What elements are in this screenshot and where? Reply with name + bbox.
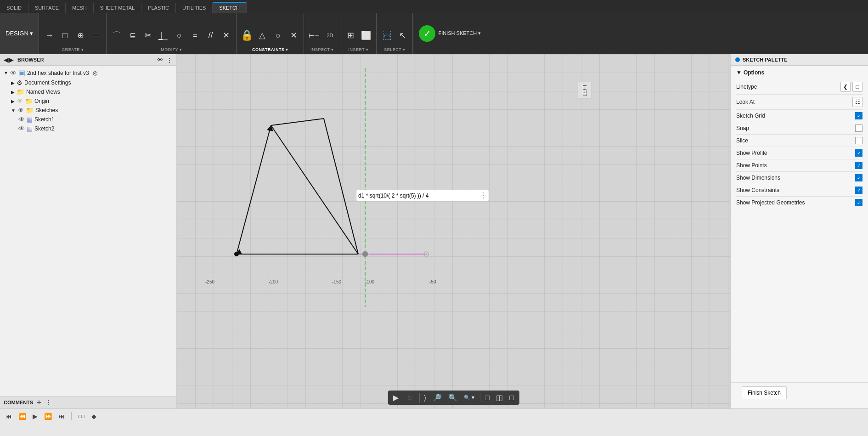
look-at-icon[interactable]: ☷	[852, 97, 862, 107]
playback-last-btn[interactable]: ⏭	[56, 412, 67, 421]
tab-sketch[interactable]: SKETCH	[213, 2, 247, 13]
insert-label[interactable]: INSERT ▾	[348, 47, 368, 52]
palette-options-header[interactable]: ▼ Options	[736, 69, 862, 76]
sketch-canvas[interactable]	[177, 54, 730, 408]
construction-tool[interactable]: //	[203, 25, 218, 45]
3d-measure-tool[interactable]: 3D	[322, 25, 337, 45]
show-profile-checkbox[interactable]: ✓	[855, 149, 862, 157]
show-points-checkbox[interactable]: ✓	[855, 162, 862, 169]
dim-input-menu-icon[interactable]: ⋮	[479, 191, 487, 200]
sketch-midpoint[interactable]	[362, 251, 368, 257]
snap-checkbox[interactable]	[855, 125, 862, 132]
grid-icon[interactable]: ◫	[493, 391, 506, 404]
constraints-label[interactable]: CONSTRAINTS ▾	[252, 47, 288, 52]
dimension-input-overlay[interactable]: ⋮	[356, 190, 489, 201]
show-dimensions-checkbox[interactable]: ✓	[855, 174, 862, 181]
tab-plastic[interactable]: PLASTIC	[141, 3, 176, 13]
playback-first-btn[interactable]: ⏮	[4, 412, 14, 421]
comments-expand-icon[interactable]: ⋮	[45, 399, 51, 406]
offset-tool[interactable]: ⊆	[125, 25, 140, 45]
show-constraints-checkbox[interactable]: ✓	[855, 187, 862, 194]
sketch-grid-checkbox[interactable]: ✓	[855, 112, 862, 119]
tab-mesh[interactable]: MESH	[66, 3, 94, 13]
measure-tool[interactable]: ⊢⊣	[307, 25, 321, 45]
browser-item-named-views[interactable]: ▶ 📁 Named Views	[0, 87, 176, 96]
modify-label[interactable]: MODIFY ▾	[161, 47, 182, 52]
show-projected-checkbox[interactable]: ✓	[855, 199, 862, 206]
insert-svg-tool[interactable]: ⬜	[359, 25, 373, 45]
sketch-diag-1[interactable]	[271, 125, 358, 254]
fillet-tool[interactable]: ⌒	[109, 25, 124, 45]
hand-icon[interactable]: 〉	[421, 392, 429, 404]
tab-utilities[interactable]: UTILITIES	[176, 3, 213, 13]
browser-item-origin[interactable]: ▶ 👁 📁 Origin	[0, 96, 176, 106]
sketch1-icon: ▦	[27, 116, 33, 123]
cursor-icon[interactable]: ▶	[390, 391, 401, 404]
root-eye-icon[interactable]: 👁	[10, 69, 17, 77]
sketch1-eye-icon[interactable]: 👁	[18, 116, 25, 123]
parallel-tool[interactable]: =	[187, 25, 202, 45]
select-label[interactable]: SELECT ▾	[384, 47, 405, 52]
left-panel-label[interactable]: LEFT	[578, 82, 592, 99]
playback-play-btn[interactable]: ▶	[31, 412, 39, 421]
display-mode-icon[interactable]: □	[482, 392, 492, 404]
doc-settings-gear-icon: ⚙	[17, 79, 23, 86]
rectangle-tool[interactable]: □	[57, 25, 72, 45]
zoom-options-icon[interactable]: 🔍▼	[461, 393, 478, 402]
circle-constraint[interactable]: ○	[271, 25, 285, 45]
sketch-line-2[interactable]	[271, 119, 324, 125]
playback-next-btn[interactable]: ⏩	[42, 412, 54, 421]
browser-eye-icon[interactable]: 👁	[157, 57, 163, 63]
slice-checkbox[interactable]	[855, 137, 862, 144]
browser-item-doc-settings[interactable]: ▶ ⚙ Document Settings	[0, 78, 176, 87]
playback-prev-btn[interactable]: ⏪	[17, 412, 28, 421]
finish-sketch-area[interactable]: ✓ FINISH SKETCH ▾	[413, 13, 486, 54]
playback-frame-icon[interactable]: □□	[76, 412, 87, 420]
camera-icon[interactable]: ◾	[402, 391, 417, 404]
circle-tool[interactable]: ⊕	[73, 25, 88, 45]
sketches-eye-icon[interactable]: 👁	[17, 107, 24, 114]
select-cursor-tool[interactable]: ↖	[395, 25, 410, 45]
sketch-line-3[interactable]	[324, 119, 358, 254]
browser-item-root[interactable]: ▼ 👁 ▣ 2nd hex shade for Inst v3 ◎	[0, 68, 176, 78]
select-box-tool[interactable]: ▭	[379, 25, 394, 45]
linetype-left-icon[interactable]: ❮	[840, 82, 851, 92]
dimension-input-field[interactable]	[358, 193, 478, 199]
tab-surface[interactable]: SURFACE	[28, 3, 66, 13]
create-label[interactable]: CREATE ▾	[62, 47, 84, 52]
collapse-browser-icon[interactable]: ◀▶	[4, 56, 14, 63]
linetype-right-icon[interactable]: □	[852, 82, 862, 92]
sketch2-eye-icon[interactable]: 👁	[18, 125, 25, 132]
root-target-icon[interactable]: ◎	[93, 70, 97, 76]
add-comment-icon[interactable]: +	[37, 398, 41, 407]
x-tool[interactable]: ✕	[219, 25, 233, 45]
ellipse-tool[interactable]: ○	[172, 25, 186, 45]
zoom-out-icon[interactable]: 🔎	[430, 391, 445, 404]
sketch-line-1[interactable]	[237, 125, 271, 254]
corner-tool[interactable]: |̲_	[156, 25, 171, 45]
browser-item-sketch2[interactable]: 👁 ▦ Sketch2	[0, 124, 176, 133]
zoom-in-icon[interactable]: 🔍	[445, 391, 460, 404]
arc-tool[interactable]: —	[89, 25, 103, 45]
trim-tool[interactable]: ✂	[141, 25, 155, 45]
triangle-constraint[interactable]: △	[255, 25, 270, 45]
canvas-area[interactable]: -250 -200 -150 -100 -50	[177, 54, 730, 408]
view-options-icon[interactable]: □	[507, 392, 517, 404]
line-tool[interactable]: →	[42, 25, 56, 45]
tab-sheet-metal[interactable]: SHEET METAL	[94, 3, 141, 13]
browser-item-sketches[interactable]: ▼ 👁 📁 Sketches	[0, 106, 176, 115]
x-constraint[interactable]: ✕	[286, 25, 301, 45]
create-section: → □ ⊕ — CREATE ▾	[39, 13, 107, 54]
nav-tabs: SOLID SURFACE MESH SHEET METAL PLASTIC U…	[0, 0, 868, 13]
browser-expand-icon[interactable]: ⋮	[167, 57, 173, 63]
browser-item-sketch1[interactable]: 👁 ▦ Sketch1	[0, 115, 176, 124]
inspect-label[interactable]: INSPECT ▾	[310, 47, 334, 52]
design-button[interactable]: DESIGN ▾	[0, 13, 39, 54]
inspect-section: ⊢⊣ 3D INSPECT ▾	[304, 13, 340, 54]
tab-solid[interactable]: SOLID	[0, 3, 28, 13]
finish-sketch-button[interactable]: Finish Sketch	[742, 386, 787, 399]
playback-nav-icon[interactable]: ◆	[90, 412, 98, 421]
origin-eye-icon[interactable]: 👁	[17, 97, 23, 105]
lock-constraint[interactable]: 🔒	[239, 25, 254, 45]
insert-image-tool[interactable]: ⊞	[343, 25, 358, 45]
